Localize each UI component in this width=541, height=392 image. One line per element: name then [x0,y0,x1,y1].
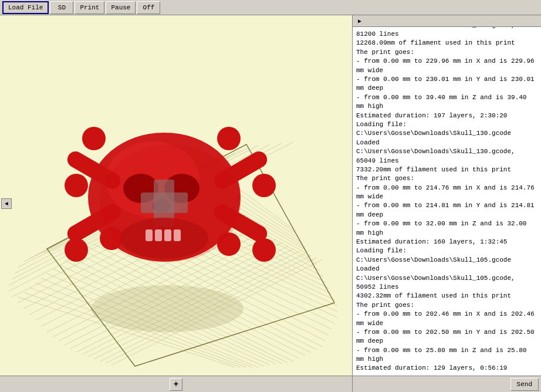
grid-svg [0,15,352,374]
log-entry: 4302.32mm of filament used in this print [356,292,537,300]
log-entry: - from 0.00 mm to 25.80 mm in Z and is 2… [356,346,537,364]
log-entry: Estimated duration: 160 layers, 1:32:45 [356,238,537,246]
svg-point-96 [91,285,244,332]
log-entry: Estimated duration: 129 layers, 0:56:19 [356,364,537,373]
load-file-btn[interactable]: Load File [2,1,49,14]
log-entry: The print goes: [356,301,537,310]
log-entry: 12268.09mm of filament used in this prin… [356,39,537,48]
log-entry: - from 0.00 mm to 202.46 mm in X and is … [356,310,537,328]
log-entry: - from 0.00 mm to 214.81 mm in Y and is … [356,201,537,219]
log-entry: Loaded C:\Users\Gosse\Downloads\Skull_10… [356,265,537,292]
send-button[interactable]: Send [510,378,539,391]
log-entry: Loaded C:\Users\Gosse\Downloads\Skull_13… [356,138,537,165]
svg-rect-93 [155,229,162,241]
svg-point-86 [217,127,241,150]
plus-button[interactable]: + [170,378,182,391]
log-entry: - from 0.00 mm to 202.50 mm in Y and is … [356,328,537,346]
canvas-area[interactable] [0,15,352,374]
viewport: ◄ [0,15,352,392]
svg-point-84 [252,174,276,197]
toolbar: Load File SD Print Pause Off [0,0,541,15]
log-arrow-btn[interactable]: ▶ [355,16,364,26]
log-entry: Loading file: C:\Users\Gosse\Downloads\S… [356,246,537,265]
svg-point-85 [252,238,276,262]
print-btn[interactable]: Print [75,1,104,14]
log-entry: Loading file: C:\Users\Gosse\Downloads\S… [356,120,537,138]
log-header: ▶ [353,15,541,27]
main-area: ◄ [0,15,541,392]
log-entry: - from 0.00 mm to 229.96 mm in X and is … [356,57,537,75]
log-entry: - from 0.00 mm to 230.01 mm in Y and is … [356,75,537,93]
log-footer: Send [353,376,541,392]
pause-btn[interactable]: Pause [106,1,136,14]
log-panel: ▶ Loading file: C:\Users\Gosse\Downloads… [352,15,541,392]
log-entry: The print goes: [356,48,537,57]
svg-point-82 [82,127,106,150]
sd-btn[interactable]: SD [50,1,73,14]
log-entry: - from 0.00 mm to 32.00 mm in Z and is 3… [356,219,537,238]
svg-point-80 [65,174,88,197]
log-entry: - from 0.00 mm to 214.76 mm in X and is … [356,184,537,202]
log-entry: The print goes: [356,174,537,183]
svg-point-81 [65,238,88,262]
log-entry: Estimated duration: 197 layers, 2:30:20 [356,111,537,120]
svg-rect-95 [174,229,181,241]
svg-rect-92 [146,229,153,241]
log-content[interactable]: Loading file: C:\Users\Gosse\Downloads\S… [353,27,541,376]
viewport-scroll-left[interactable]: ◄ [1,198,12,209]
off-btn[interactable]: Off [137,1,160,14]
log-entry: - from 0.00 mm to 39.40 mm in Z and is 3… [356,93,537,111]
svg-rect-94 [164,229,171,241]
viewport-bottom-bar: + [0,376,352,392]
log-entry: 7332.20mm of filament used in this print [356,165,537,174]
log-entry: Loaded C:\Users\Gosse\Downloads\Skull_16… [356,27,537,39]
